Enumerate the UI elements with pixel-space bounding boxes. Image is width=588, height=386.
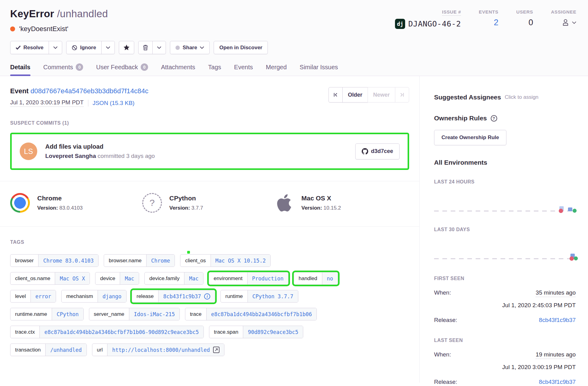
tag-key: browser — [10, 255, 38, 267]
tag-value: Chrome 83.0.4103 — [38, 255, 98, 267]
event-id-link[interactable]: d08d7667e4a5476eb3b3db6d7f14c84c — [30, 87, 148, 95]
first-seen-release-link[interactable]: 8cb43f1c9b37 — [539, 317, 576, 324]
tab-user-feedback[interactable]: User Feedback 0 — [96, 63, 148, 76]
context-version-value: 83.0.4103 — [59, 205, 83, 211]
assignee-selector[interactable] — [561, 18, 576, 27]
tag-value: 90d892c9eace3bc5 — [243, 326, 303, 338]
tab-count-badge: 0 — [76, 63, 83, 71]
tab-events[interactable]: Events — [234, 63, 253, 76]
context-version-label: Version: — [169, 205, 190, 211]
tag-value: Mac OS X 10.15.2 — [211, 255, 271, 267]
tab-comments[interactable]: Comments 0 — [43, 63, 83, 76]
tag-row: level error mechanism django release 8cb… — [10, 290, 409, 303]
first-seen-heading: FIRST SEEN — [434, 276, 576, 281]
newer-event-button[interactable]: Newer — [368, 87, 395, 103]
tag-pill-device-family[interactable]: device.family Mac — [144, 272, 203, 285]
tag-pill-mechanism[interactable]: mechanism django — [61, 290, 126, 303]
delete-dropdown-button[interactable] — [152, 41, 166, 54]
create-ownership-rule-button[interactable]: Create Ownership Rule — [434, 130, 506, 145]
tag-value: django — [98, 290, 126, 302]
share-button[interactable]: Share — [170, 41, 210, 54]
event-details-column: Event d08d7667e4a5476eb3b3db6d7f14c84c J… — [0, 76, 420, 383]
ownership-rules-block: Ownership Rules ? Create Ownership Rule — [434, 115, 576, 145]
resolve-dropdown-button[interactable] — [49, 41, 62, 54]
tag-key: browser.name — [104, 255, 147, 267]
tag-pill-release[interactable]: release 8cb43f1c9b37i — [132, 290, 215, 303]
tag-pill-handled[interactable]: handled no — [294, 272, 338, 285]
tag-pill-client-os-name[interactable]: client_os.name Mac OS X — [10, 272, 90, 285]
tag-pill-trace-span[interactable]: trace.span 90d892c9eace3bc5 — [209, 326, 303, 338]
trash-icon — [143, 45, 148, 50]
bookmark-button[interactable] — [119, 41, 134, 54]
ignore-button[interactable]: Ignore — [66, 41, 102, 54]
tab-merged[interactable]: Merged — [266, 63, 287, 76]
context-name: Chrome — [37, 195, 83, 202]
tag-pill-server-name[interactable]: server_name Idos-iMac-215 — [89, 308, 180, 320]
open-in-discover-button[interactable]: Open in Discover — [214, 41, 268, 54]
info-icon[interactable]: i — [204, 293, 210, 300]
context-version-value: 10.15.2 — [324, 205, 341, 211]
tag-pill-client-os[interactable]: client_os Mac OS X 10.15.2 — [180, 254, 271, 267]
tab-similar-issues[interactable]: Similar Issues — [300, 63, 338, 76]
when-label: When: — [434, 289, 451, 296]
tag-pill-device[interactable]: device Mac — [95, 272, 139, 285]
avatar: LS — [20, 143, 37, 160]
ignore-dropdown-button[interactable] — [101, 41, 115, 54]
tag-pill-browser[interactable]: browser Chrome 83.0.4103 — [10, 254, 99, 267]
tag-pill-url[interactable]: url http://localhost:8000/unhandled — [92, 344, 224, 356]
external-link-icon[interactable] — [213, 347, 219, 353]
divider — [88, 100, 88, 107]
chrome-icon — [10, 193, 30, 213]
chart-label-24h: LAST 24 HOURS — [434, 179, 576, 185]
tab-tags[interactable]: Tags — [208, 63, 221, 76]
issue-number-label: ISSUE # — [442, 9, 461, 16]
mute-icon — [72, 45, 77, 50]
chart-baseline — [434, 211, 572, 211]
users-label: USERS — [516, 9, 533, 14]
tab-attachments[interactable]: Attachments — [161, 63, 195, 76]
resolve-button[interactable]: Resolve — [10, 41, 49, 54]
tag-key: client_os — [180, 255, 211, 267]
event-json-link[interactable]: JSON (15.3 KB) — [93, 100, 135, 107]
chevron-down-icon — [572, 21, 576, 24]
tag-value: Mac — [184, 272, 203, 284]
tag-key: release — [132, 290, 159, 302]
last-release-marker — [573, 209, 577, 213]
events-chart-24h — [434, 185, 576, 214]
tag-key: server_name — [89, 308, 129, 320]
tag-pill-transaction[interactable]: transaction /unhandled — [10, 344, 87, 356]
oldest-event-button[interactable] — [328, 87, 343, 103]
stat-users: USERS 0 — [516, 9, 533, 29]
users-count: 0 — [516, 18, 533, 27]
sidebar: Suggested Assignees Click to assign Owne… — [420, 76, 588, 383]
event-section: Event d08d7667e4a5476eb3b3db6d7f14c84c J… — [0, 76, 419, 116]
commit-title: Add files via upload — [45, 143, 347, 150]
issue-header: KeyError /unhandled 'keyDoesntExist' ISS… — [0, 0, 588, 76]
tag-pill-trace-ctx[interactable]: trace.ctx e8c87ba1dc494bb2a4346bcfbf7b1b… — [10, 326, 204, 338]
events-count[interactable]: 2 — [479, 18, 498, 27]
tag-pill-runtime[interactable]: runtime CPython 3.7.7 — [220, 290, 298, 303]
skip-to-latest-button[interactable] — [395, 87, 409, 103]
help-icon[interactable]: ? — [491, 115, 497, 122]
tag-pill-trace[interactable]: trace e8c87ba1dc494bb2a4346bcfbf7b1b06 — [185, 308, 317, 320]
last-seen-release-link[interactable]: 8cb43f1c9b37 — [539, 379, 576, 385]
older-event-button[interactable]: Older — [342, 87, 368, 103]
tag-pill-level[interactable]: level error — [10, 290, 56, 303]
tag-value: Production — [248, 272, 288, 284]
tag-key: environment — [209, 272, 248, 284]
tag-key: transaction — [10, 344, 46, 356]
commit-sha-button[interactable]: d3d7cee — [355, 143, 400, 159]
tag-key: trace.span — [209, 326, 243, 338]
stat-issue-number: ISSUE # dj DJANGO-46-2 — [395, 9, 461, 29]
tag-pill-runtime-name[interactable]: runtime.name CPython — [10, 308, 84, 320]
tag-pill-browser-name[interactable]: browser.name Chrome — [104, 254, 175, 267]
tags-heading: TAGS — [10, 239, 409, 245]
delete-button[interactable] — [138, 41, 153, 54]
events-label: EVENTS — [479, 9, 498, 14]
event-label: Event — [10, 87, 29, 95]
tab-count-badge: 0 — [141, 63, 148, 71]
tag-value: 8cb43f1c9b37i — [159, 290, 215, 302]
tab-details[interactable]: Details — [10, 63, 30, 76]
tag-pill-environment[interactable]: environment Production — [209, 272, 288, 285]
tag-row: trace.ctx e8c87ba1dc494bb2a4346bcfbf7b1b… — [10, 326, 409, 338]
